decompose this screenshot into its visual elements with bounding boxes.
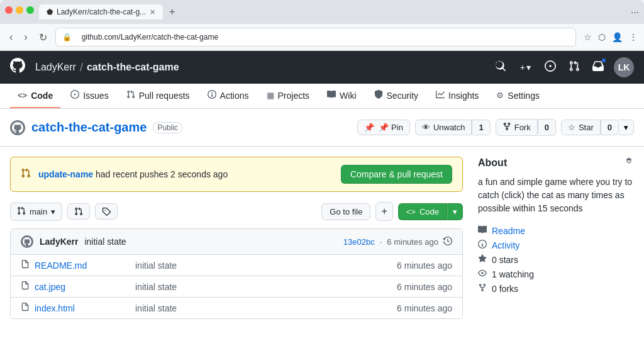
commit-author-avatar	[21, 235, 33, 248]
breadcrumb-user[interactable]: LadyKerr	[35, 62, 76, 73]
nav-projects[interactable]: ▦ Projects	[259, 84, 318, 108]
readme-icon	[478, 225, 487, 236]
code-nav-icon: <>	[18, 91, 27, 100]
push-notice: update-name had recent pushes 2 seconds …	[10, 157, 463, 192]
nav-actions[interactable]: Actions	[200, 84, 257, 108]
wiki-nav-icon	[327, 90, 336, 101]
projects-nav-icon: ▦	[267, 91, 274, 100]
nav-issues[interactable]: Issues	[63, 84, 116, 108]
profile-icon[interactable]: 👤	[612, 32, 623, 42]
history-icon[interactable]	[443, 237, 452, 247]
nav-pull-requests[interactable]: Pull requests	[119, 84, 197, 108]
file-icon	[21, 303, 30, 313]
about-settings-icon[interactable]	[624, 157, 634, 169]
file-table: LadyKerr initial state 13e02bc · 6 minut…	[10, 228, 463, 319]
nav-insights[interactable]: Insights	[428, 84, 486, 108]
issues-button[interactable]	[542, 58, 558, 77]
security-nav-icon	[374, 90, 383, 101]
back-button[interactable]: ‹	[6, 30, 16, 44]
github-logo[interactable]	[10, 58, 25, 77]
actions-nav-icon	[208, 90, 216, 101]
issues-nav-icon	[70, 90, 79, 101]
file-time: 6 minutes ago	[397, 303, 452, 313]
address-bar[interactable]	[75, 30, 569, 44]
refresh-button[interactable]: ↻	[36, 30, 50, 45]
branch-selector[interactable]: main ▾	[10, 203, 62, 221]
fork-button[interactable]: Fork	[496, 119, 538, 136]
extensions-icon[interactable]: ⬡	[598, 32, 606, 42]
nav-wiki[interactable]: Wiki	[319, 84, 364, 108]
readme-link[interactable]: Readme	[478, 225, 634, 236]
activity-icon	[478, 240, 487, 250]
browser-toolbar: ‹ › ↻ 🔒 ☆ ⬡ 👤 ⋮	[0, 24, 644, 51]
fork-stat-icon	[478, 283, 487, 294]
code-btn-icon: <>	[406, 207, 416, 216]
code-dropdown-button[interactable]: ▾	[447, 203, 463, 220]
commit-hash[interactable]: 13e02bc	[343, 237, 375, 247]
stars-stat: 0 stars	[478, 254, 634, 265]
inbox-button[interactable]	[590, 58, 606, 77]
push-branch-name[interactable]: update-name	[38, 169, 93, 179]
bookmark-icon[interactable]: ☆	[584, 32, 592, 42]
fork-icon	[502, 122, 511, 133]
unwatch-count-button[interactable]: 1	[472, 120, 490, 135]
settings-nav-icon: ⚙	[496, 91, 504, 100]
star-icon: ☆	[568, 123, 575, 132]
repo-nav: <> Code Issues Pull requests Actions ▦ P…	[0, 84, 644, 109]
notification-badge	[601, 58, 606, 63]
browser-tab[interactable]: ⬟ LadyKerr/catch-the-cat-g... ✕	[39, 4, 163, 20]
table-row: index.html initial state 6 minutes ago	[11, 298, 462, 318]
star-count-button[interactable]: 0	[601, 120, 619, 135]
menu-icon[interactable]: ⋮	[629, 32, 638, 42]
pin-button[interactable]: 📌 📌 Pin	[357, 120, 409, 135]
goto-file-button[interactable]: Go to file	[321, 203, 370, 220]
star-button[interactable]: ☆ Star	[561, 120, 601, 135]
commits-graph-button[interactable]	[67, 203, 90, 220]
file-name[interactable]: cat.jpeg	[35, 282, 135, 292]
activity-link[interactable]: Activity	[478, 240, 634, 250]
forward-button[interactable]: ›	[21, 30, 30, 44]
search-button[interactable]	[492, 58, 509, 77]
tags-button[interactable]	[95, 203, 118, 220]
repo-title[interactable]: catch-the-cat-game	[31, 120, 147, 135]
code-button[interactable]: <> Code	[398, 203, 447, 220]
repo-visibility-badge: Public	[153, 122, 182, 133]
add-file-button[interactable]: +	[375, 202, 392, 221]
repo-owner-avatar	[10, 120, 25, 135]
pull-requests-header-button[interactable]	[566, 58, 582, 77]
file-commit: initial state	[135, 260, 397, 271]
eye-icon: 👁	[422, 123, 430, 132]
unwatch-button[interactable]: 👁 Unwatch	[415, 120, 472, 135]
star-dropdown-button[interactable]: ▾	[619, 120, 634, 135]
nav-code[interactable]: <> Code	[10, 84, 60, 108]
file-icon	[21, 260, 30, 271]
repo-action-buttons: 📌 📌 Pin 👁 Unwatch 1	[357, 119, 634, 136]
branch-icon	[17, 206, 26, 217]
breadcrumb-repo[interactable]: catch-the-cat-game	[87, 62, 179, 73]
commit-time: 6 minutes ago	[387, 237, 438, 247]
plus-dropdown-icon: ▾	[526, 62, 531, 72]
file-table-header: LadyKerr initial state 13e02bc · 6 minut…	[11, 229, 462, 255]
fork-count-button[interactable]: 0	[538, 119, 556, 136]
file-commit: initial state	[135, 282, 397, 292]
about-header: About	[478, 157, 634, 169]
file-name[interactable]: README.md	[35, 260, 135, 271]
file-commit: initial state	[135, 303, 397, 313]
tab-title: LadyKerr/catch-the-cat-g...	[57, 8, 146, 16]
nav-settings[interactable]: ⚙ Settings	[489, 84, 547, 108]
branch-controls: main ▾ Go to file + <> Code ▾	[10, 202, 463, 221]
create-new-button[interactable]: + ▾	[516, 60, 535, 75]
tab-close-btn[interactable]: ✕	[150, 8, 155, 16]
nav-security[interactable]: Security	[367, 84, 426, 108]
about-title: About	[478, 157, 507, 169]
new-tab-button[interactable]: +	[165, 4, 179, 20]
forks-stat: 0 forks	[478, 283, 634, 294]
about-panel: About a fun and simple game where you tr…	[478, 157, 634, 319]
push-notice-text: update-name had recent pushes 2 seconds …	[38, 169, 333, 179]
table-row: cat.jpeg initial state 6 minutes ago	[11, 276, 462, 298]
commit-author[interactable]: LadyKerr	[40, 237, 78, 247]
compare-pull-request-button[interactable]: Compare & pull request	[341, 165, 452, 184]
user-avatar[interactable]: LK	[614, 57, 634, 77]
file-name[interactable]: index.html	[35, 303, 135, 313]
pin-icon: 📌	[364, 123, 374, 132]
